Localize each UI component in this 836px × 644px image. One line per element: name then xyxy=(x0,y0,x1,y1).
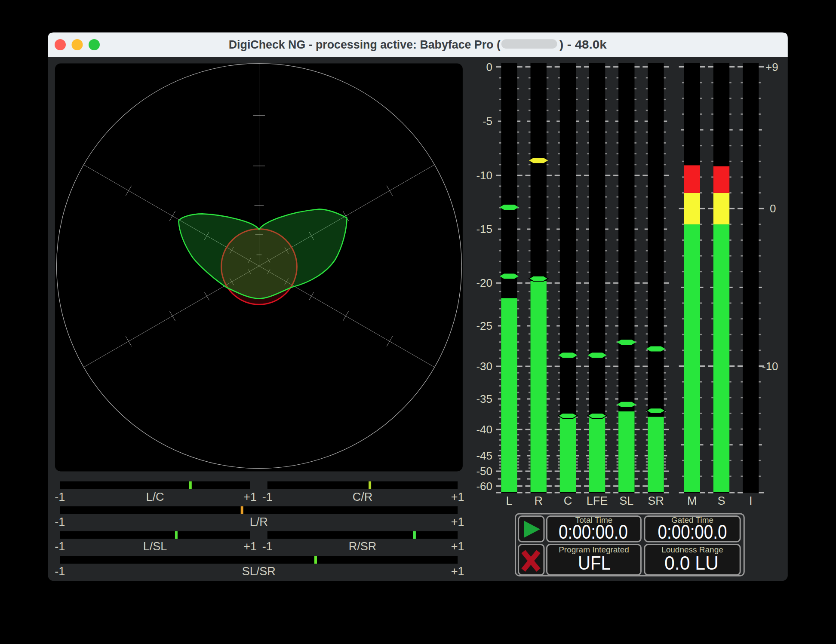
svg-text:-1: -1 xyxy=(55,540,65,553)
svg-text:L/C: L/C xyxy=(146,491,164,503)
svg-text:-1: -1 xyxy=(262,491,273,503)
svg-text:M: M xyxy=(687,494,697,507)
svg-text:-10: -10 xyxy=(762,360,778,373)
svg-text:-1: -1 xyxy=(55,491,65,503)
svg-text:+1: +1 xyxy=(451,540,464,553)
svg-text:R: R xyxy=(534,494,543,507)
svg-text:0: 0 xyxy=(770,202,776,215)
svg-text:L: L xyxy=(506,494,512,507)
svg-text:LFE: LFE xyxy=(587,494,608,507)
svg-text:0: 0 xyxy=(486,61,492,74)
svg-text:0:00:00.0: 0:00:00.0 xyxy=(559,521,628,543)
svg-text:-1: -1 xyxy=(262,540,273,553)
svg-text:0.0 LU: 0.0 LU xyxy=(664,552,719,574)
svg-text:0:00:00.0: 0:00:00.0 xyxy=(658,521,727,543)
svg-text:-1: -1 xyxy=(55,515,65,528)
svg-text:) - 48.0k: ) - 48.0k xyxy=(559,37,607,51)
svg-text:-1: -1 xyxy=(55,565,65,578)
svg-text:UFL: UFL xyxy=(578,552,611,574)
svg-text:+9: +9 xyxy=(765,61,778,74)
svg-text:I: I xyxy=(749,494,753,507)
svg-text:DigiCheck NG - processing acti: DigiCheck NG - processing active: Babyfa… xyxy=(229,37,501,51)
svg-text:+1: +1 xyxy=(243,540,257,553)
svg-text:+1: +1 xyxy=(451,491,464,503)
svg-text:L/SL: L/SL xyxy=(143,540,167,553)
svg-text:R/SR: R/SR xyxy=(349,540,377,553)
svg-text:-25: -25 xyxy=(476,319,492,332)
svg-text:-35: -35 xyxy=(476,393,492,405)
svg-text:+1: +1 xyxy=(451,565,464,578)
svg-text:-45: -45 xyxy=(476,449,492,462)
svg-text:-20: -20 xyxy=(476,276,492,289)
svg-text:+1: +1 xyxy=(243,491,257,503)
svg-text:C: C xyxy=(564,494,572,507)
svg-text:S: S xyxy=(717,494,725,507)
svg-text:+1: +1 xyxy=(451,515,464,528)
svg-text:SR: SR xyxy=(648,494,664,507)
svg-text:-15: -15 xyxy=(476,223,492,236)
svg-text:-60: -60 xyxy=(476,480,492,493)
svg-text:-50: -50 xyxy=(476,465,492,478)
svg-text:-30: -30 xyxy=(476,360,492,373)
svg-text:-5: -5 xyxy=(483,115,492,128)
svg-text:SL/SR: SL/SR xyxy=(242,565,276,578)
svg-text:-40: -40 xyxy=(476,423,492,436)
svg-text:C/R: C/R xyxy=(353,491,373,503)
svg-text:L/R: L/R xyxy=(250,515,268,528)
svg-text:SL: SL xyxy=(619,494,633,507)
svg-text:-10: -10 xyxy=(476,169,492,182)
